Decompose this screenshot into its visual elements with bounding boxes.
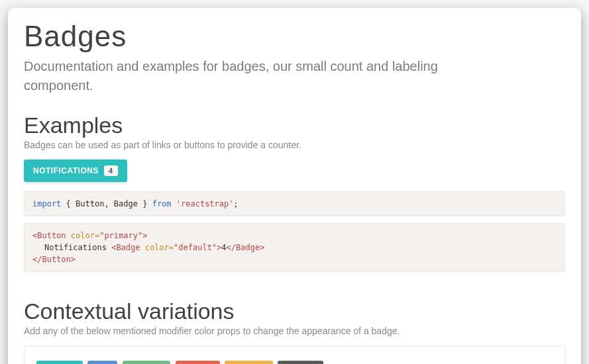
- doc-card: Badges Documentation and examples for ba…: [8, 8, 581, 364]
- contextual-sub: Add any of the below mentioned modifier …: [24, 326, 565, 336]
- contextual-heading: Contextual variations: [24, 298, 565, 324]
- code-token: </Badge>: [227, 243, 265, 252]
- examples-heading: Examples: [24, 113, 565, 138]
- code-jsx: <Button color="primary"> Notifications <…: [24, 223, 565, 272]
- code-import: import { Button, Badge } from 'reactstra…: [24, 191, 565, 216]
- badge-default: DEFAULT: [278, 361, 323, 364]
- code-token: Notifications: [44, 243, 111, 252]
- code-token: import: [32, 199, 61, 208]
- page-title: Badges: [24, 20, 565, 53]
- code-token: color=: [145, 243, 174, 252]
- badge-danger: DANGER: [176, 361, 220, 364]
- page-lead: Documentation and examples for badges, o…: [24, 57, 448, 95]
- badge-primary: PRIMARY: [36, 361, 83, 364]
- badge-success: SUCCESS: [123, 361, 171, 364]
- notifications-badge: 4: [104, 165, 118, 176]
- code-token: "primary": [99, 231, 142, 240]
- examples-sub: Badges can be used as part of links or b…: [24, 140, 565, 150]
- code-token: ;: [234, 199, 239, 208]
- badge-info: INFO: [87, 361, 117, 364]
- code-token: 'reactstrap': [176, 199, 234, 208]
- code-token: >: [142, 231, 147, 240]
- code-token: <Badge: [111, 243, 145, 252]
- code-token: </Button>: [32, 255, 76, 264]
- badge-examples-box: PRIMARY INFO SUCCESS DANGER WARNING DEFA…: [24, 345, 565, 364]
- code-token: <Button: [32, 231, 71, 240]
- notifications-button[interactable]: Notifications 4: [24, 159, 127, 182]
- badge-warning: WARNING: [225, 361, 273, 364]
- notifications-button-label: Notifications: [33, 166, 99, 175]
- code-token: color=: [71, 231, 99, 240]
- code-token: from: [152, 199, 172, 208]
- code-token: { Button, Badge }: [66, 199, 148, 208]
- code-token: 4: [221, 243, 226, 252]
- code-token: "default": [174, 243, 217, 252]
